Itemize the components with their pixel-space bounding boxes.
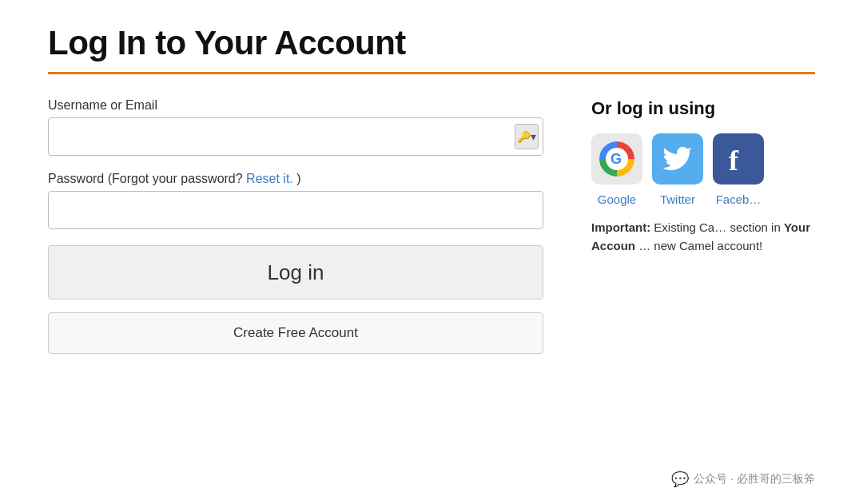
watermark-text: 公众号 · 必胜哥的三板斧 (694, 472, 815, 486)
twitter-label[interactable]: Twitter (652, 192, 703, 206)
google-icon: G (591, 133, 642, 185)
facebook-login-block[interactable]: f (713, 133, 764, 185)
important-bold: Important: (591, 220, 650, 234)
watermark-icon: 💬 (671, 470, 689, 488)
social-icons-row: G f (591, 133, 815, 185)
username-input-wrapper: 🔑▾ (48, 117, 543, 156)
password-input-wrapper (48, 191, 543, 229)
twitter-login-block[interactable] (652, 133, 703, 185)
password-label: Password (Forgot your password? Reset it… (48, 172, 543, 186)
important-text-body: Existing Ca… section in (654, 220, 784, 234)
or-log-in-heading: Or log in using (591, 98, 815, 119)
password-label-text: Password (Forgot your password? (48, 172, 243, 185)
google-login-block[interactable]: G (591, 133, 642, 185)
google-label[interactable]: Google (591, 192, 642, 206)
svg-text:G: G (610, 151, 622, 167)
twitter-icon (652, 133, 703, 185)
login-button[interactable]: Log in (48, 245, 543, 300)
reset-password-link[interactable]: Reset it. (246, 172, 293, 185)
username-input[interactable] (48, 117, 543, 156)
credential-autofill-button[interactable]: 🔑▾ (515, 124, 539, 149)
important-notice: Important: Existing Ca… section in Your … (591, 219, 815, 255)
password-input[interactable] (48, 191, 543, 229)
login-form-panel: Username or Email 🔑▾ Password (Forgot yo… (48, 98, 543, 354)
facebook-icon: f (713, 133, 764, 185)
create-account-button[interactable]: Create Free Account (48, 312, 543, 354)
social-labels-row: Google Twitter Faceb… (591, 192, 815, 206)
title-divider (48, 72, 815, 74)
content-row: Username or Email 🔑▾ Password (Forgot yo… (48, 98, 815, 354)
username-label: Username or Email (48, 98, 543, 113)
page-title: Log In to Your Account (48, 24, 815, 62)
svg-text:f: f (729, 145, 739, 175)
password-label-end: ) (296, 172, 300, 185)
watermark: 💬 公众号 · 必胜哥的三板斧 (671, 470, 815, 488)
important-text-end: … new Camel account! (638, 239, 762, 252)
social-login-panel: Or log in using (591, 98, 815, 354)
facebook-label[interactable]: Faceb… (713, 192, 764, 206)
